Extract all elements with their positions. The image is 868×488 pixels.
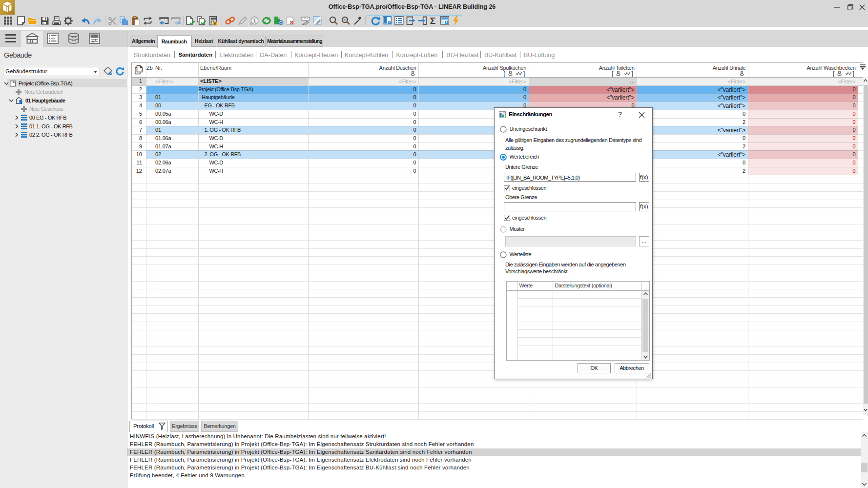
svg-text:1: 1 (253, 18, 256, 23)
svg-text:Σ: Σ (430, 16, 435, 25)
